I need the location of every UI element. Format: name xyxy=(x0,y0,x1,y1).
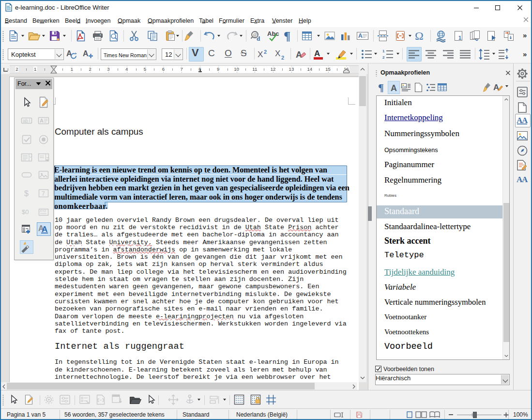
svg-text:Ω: Ω xyxy=(415,30,424,42)
svg-text:2: 2 xyxy=(382,55,385,60)
svg-text:A: A xyxy=(391,83,397,92)
svg-text:1: 1 xyxy=(382,49,385,53)
svg-text:A: A xyxy=(522,116,528,124)
svg-text:1: 1 xyxy=(458,35,461,41)
svg-text:¶: ¶ xyxy=(378,82,384,93)
svg-text:A: A xyxy=(522,175,528,184)
svg-text:A: A xyxy=(358,32,363,39)
